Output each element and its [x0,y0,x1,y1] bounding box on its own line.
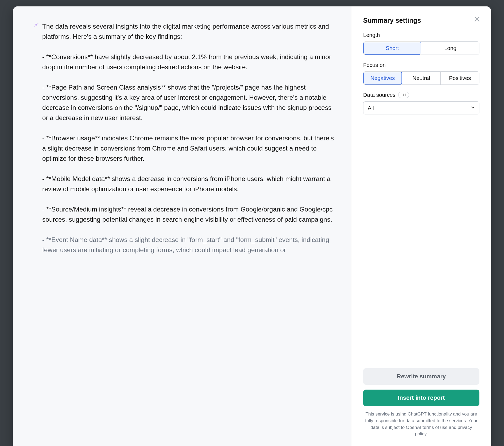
summary-intro: The data reveals several insights into t… [42,21,336,42]
data-sources-select[interactable]: All [363,101,479,114]
summary-panel: The data reveals several insights into t… [13,6,351,446]
focus-label: Focus on [363,62,479,68]
settings-panel: Summary settings Length Short Long Focus… [351,6,491,446]
insert-into-report-button[interactable]: Insert into report [363,390,479,406]
rewrite-summary-button[interactable]: Rewrite summary [363,368,479,385]
close-icon [474,16,480,24]
focus-neutral-button[interactable]: Neutral [402,72,441,84]
ai-sparkle-icon [33,22,39,28]
summary-bullet: - **Page Path and Screen Class analysis*… [42,82,336,123]
summary-bullet: - **Conversions** have slightly decrease… [42,52,336,72]
close-button[interactable] [472,15,482,24]
disclaimer-text: This service is using ChatGPT functional… [363,411,479,437]
summary-bullet: - **Browser usage** indicates Chrome rem… [42,133,336,164]
data-sources-label: Data sources 1/1 [363,92,479,98]
length-label: Length [363,32,479,38]
focus-negatives-button[interactable]: Negatives [363,72,402,84]
summary-bullet: - **Source/Medium insights** reveal a de… [42,204,336,225]
length-segmented: Short Long [363,41,479,55]
focus-positives-button[interactable]: Positives [441,72,479,84]
summary-content: The data reveals several insights into t… [42,21,336,266]
length-short-button[interactable]: Short [363,42,421,55]
data-sources-label-text: Data sources [363,92,396,98]
length-long-button[interactable]: Long [421,42,479,55]
summary-bullet: - **Event Name data** shows a slight dec… [42,235,336,255]
focus-segmented: Negatives Neutral Positives [363,71,479,85]
settings-title: Summary settings [363,17,479,24]
summary-bullet: - **Mobile Model data** shows a decrease… [42,174,336,194]
summary-modal: The data reveals several insights into t… [13,6,491,446]
data-sources-count: 1/1 [398,92,409,98]
